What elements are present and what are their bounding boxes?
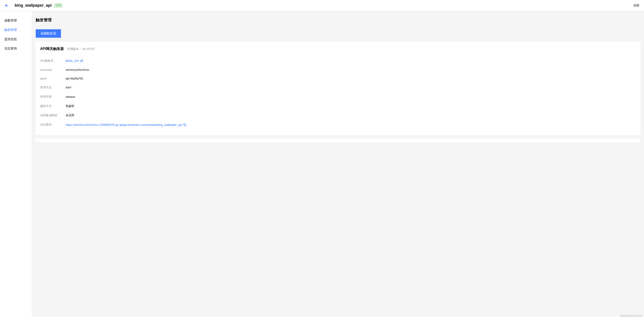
- trigger-card-next: [36, 139, 640, 142]
- card-version-label: 所属版本：: [68, 47, 82, 51]
- body-wrap: 函数管理 触发管理 监控信息 日志查询 触发管理 创建触发器 API网关触发器 …: [0, 11, 644, 317]
- field-row-release-env: 发布环境 release: [40, 92, 636, 101]
- field-row-integration-response: 启用集成响应 未启用: [40, 111, 636, 120]
- svg-line-1: [81, 60, 83, 61]
- field-label: apiId: [40, 77, 66, 80]
- card-title: API网关触发器: [40, 47, 64, 51]
- trigger-card: API网关触发器 所属版本： $LATEST API服务名 BING_API: [36, 42, 640, 135]
- access-path-link[interactable]: https://service-jmhm1hno-1256668370.gz.a…: [66, 123, 186, 126]
- sidebar-item-function-mgmt[interactable]: 函数管理: [0, 16, 32, 25]
- sidebar-item-label: 监控信息: [4, 37, 17, 41]
- api-service-link[interactable]: BING_API: [66, 59, 83, 63]
- sidebar: 函数管理 触发管理 监控信息 日志查询: [0, 11, 32, 317]
- create-trigger-button[interactable]: 创建触发器: [36, 29, 61, 38]
- page-header: bing_wallpaper_api 正常 函数: [0, 0, 644, 11]
- field-label: 访问路径: [40, 123, 66, 127]
- copy-icon[interactable]: [183, 123, 186, 126]
- sidebar-item-trigger-mgmt[interactable]: 触发管理: [0, 25, 32, 35]
- field-row-service-id: serviceId service-jmhm1hno: [40, 66, 636, 74]
- sidebar-item-label: 函数管理: [4, 19, 17, 22]
- field-label: 发布环境: [40, 95, 66, 99]
- header-left: bing_wallpaper_api 正常: [4, 3, 63, 8]
- field-value: service-jmhm1hno: [66, 68, 89, 72]
- field-row-api-service-name: API服务名 BING_API: [40, 56, 636, 66]
- sidebar-item-monitor[interactable]: 监控信息: [0, 35, 32, 44]
- sidebar-item-label: 日志查询: [4, 47, 17, 50]
- field-label: serviceId: [40, 68, 66, 72]
- page-title: bing_wallpaper_api: [15, 3, 52, 8]
- back-arrow-icon[interactable]: [4, 3, 9, 8]
- field-value: api-dq36q762: [66, 77, 83, 80]
- field-value: release: [66, 95, 75, 99]
- field-value-text: https://service-jmhm1hno-1256668370.gz.a…: [66, 123, 182, 126]
- field-label: 鉴权方式: [40, 104, 66, 108]
- field-row-access-path: 访问路径 https://service-jmhm1hno-1256668370…: [40, 120, 636, 129]
- external-link-icon: [80, 60, 83, 62]
- field-row-request-method: 请求方法 ANY: [40, 83, 636, 92]
- field-label: 请求方法: [40, 85, 66, 89]
- field-label: API服务名: [40, 59, 66, 63]
- sidebar-item-logs[interactable]: 日志查询: [0, 44, 32, 53]
- page-heading: 触发管理: [36, 17, 644, 23]
- svg-rect-2: [184, 124, 186, 126]
- status-badge: 正常: [54, 3, 63, 8]
- field-row-api-id: apiId api-dq36q762: [40, 74, 636, 83]
- card-version-value: $LATEST: [83, 47, 95, 51]
- field-value: ANY: [66, 86, 72, 89]
- watermark: @稀土掘金技术社区: [620, 314, 642, 317]
- card-header: API网关触发器 所属版本： $LATEST: [40, 47, 636, 51]
- field-value: 未启用: [66, 113, 74, 117]
- field-label: 启用集成响应: [40, 113, 66, 117]
- sidebar-item-label: 触发管理: [4, 28, 17, 32]
- main-content: 触发管理 创建触发器 API网关触发器 所属版本： $LATEST API服务名…: [32, 11, 644, 317]
- header-right-text: 函数: [633, 4, 640, 8]
- field-value-text: BING_API: [66, 59, 79, 63]
- field-value: 免鉴权: [66, 104, 74, 108]
- field-row-auth-method: 鉴权方式 免鉴权: [40, 101, 636, 111]
